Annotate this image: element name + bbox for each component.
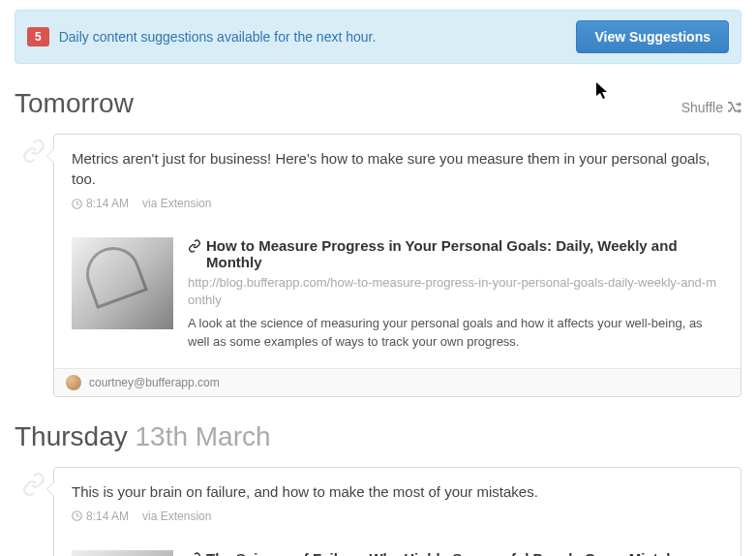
day-header: Tomorrow Shuffle xyxy=(15,88,741,119)
queue-row: Metrics aren't just for business! Here's… xyxy=(15,134,741,397)
link-preview: How to Measure Progress in Your Personal… xyxy=(54,224,741,368)
post-via: via Extension xyxy=(142,197,211,210)
link-thumbnail xyxy=(72,237,173,329)
link-thumbnail xyxy=(72,550,173,556)
post-via: via Extension xyxy=(142,510,211,523)
suggestions-alert: 5 Daily content suggestions available fo… xyxy=(15,10,741,64)
link-url: http://blog.bufferapp.com/how-to-measure… xyxy=(188,274,723,309)
post-card[interactable]: Metrics aren't just for business! Here's… xyxy=(53,134,741,397)
day-title-main: Thursday xyxy=(15,421,136,451)
post-author: courtney@bufferapp.com xyxy=(89,376,220,389)
link-title-text: How to Measure Progress in Your Personal… xyxy=(206,237,723,270)
view-suggestions-button[interactable]: View Suggestions xyxy=(576,20,729,53)
suggestions-count-badge: 5 xyxy=(27,27,49,46)
day-header: Thursday 13th March xyxy=(15,421,741,452)
clock-icon xyxy=(72,199,82,209)
day-title-main: Tomorrow xyxy=(15,88,134,118)
link-title: The Science of Failure: Why Highly Succe… xyxy=(188,550,723,556)
avatar xyxy=(66,375,81,390)
link-preview: The Science of Failure: Why Highly Succe… xyxy=(54,537,741,556)
post-text: This is your brain on failure, and how t… xyxy=(72,481,723,502)
post-meta: 8:14 AM via Extension xyxy=(72,510,723,523)
link-description: A look at the science of measuring your … xyxy=(188,315,723,350)
shuffle-icon xyxy=(728,101,741,114)
link-title: How to Measure Progress in Your Personal… xyxy=(188,237,723,270)
queue-row: This is your brain on failure, and how t… xyxy=(15,467,741,556)
day-title-sub: 13th March xyxy=(136,421,271,451)
shuffle-label: Shuffle xyxy=(681,100,723,115)
day-title: Thursday 13th March xyxy=(15,421,271,452)
post-card[interactable]: This is your brain on failure, and how t… xyxy=(53,467,741,556)
shuffle-button[interactable]: Shuffle xyxy=(681,100,741,115)
link-icon xyxy=(188,239,201,253)
link-title-text: The Science of Failure: Why Highly Succe… xyxy=(206,550,690,556)
clock-icon xyxy=(72,510,82,521)
post-text: Metrics aren't just for business! Here's… xyxy=(72,148,723,189)
post-footer: courtney@bufferapp.com xyxy=(54,368,741,396)
day-title: Tomorrow xyxy=(15,88,134,119)
post-time: 8:14 AM xyxy=(86,197,129,210)
link-icon xyxy=(188,552,201,556)
suggestions-alert-text: Daily content suggestions available for … xyxy=(59,29,577,45)
post-meta: 8:14 AM via Extension xyxy=(72,197,723,210)
post-time: 8:14 AM xyxy=(86,510,129,523)
